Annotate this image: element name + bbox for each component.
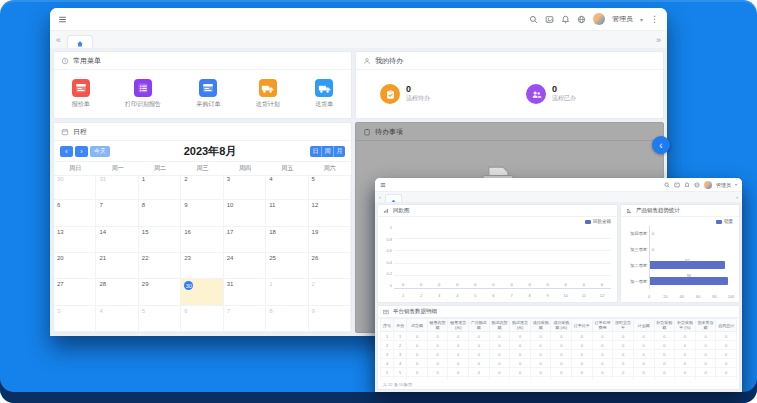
day-cell[interactable]: 10 (224, 200, 266, 226)
view-week-button[interactable]: 周 (322, 146, 334, 157)
day-cell[interactable]: 3 (54, 306, 96, 332)
x-tick-label: 1 (394, 293, 412, 298)
day-cell[interactable]: 31 (96, 174, 138, 200)
day-cell[interactable]: 9 (309, 306, 351, 332)
collapse-tabs-left-icon[interactable]: ‹ (379, 194, 381, 200)
chart2-body: 销量 第四季度0第三季度0第二季度92第一季度96 020406080100 (621, 217, 739, 302)
day-cell[interactable]: 17 (224, 227, 266, 253)
search-icon[interactable] (664, 182, 670, 188)
image-icon[interactable] (545, 15, 554, 24)
bar-slot: 0 (394, 227, 412, 288)
view-month-button[interactable]: 月 (334, 146, 345, 157)
day-cell[interactable]: 16 (181, 227, 223, 253)
column-header: 进货额 (407, 319, 428, 332)
table-cell: 0 (489, 332, 510, 341)
chart1-legend[interactable]: 回款金额 (585, 219, 611, 224)
bell-icon[interactable] (684, 182, 690, 188)
bell-icon[interactable] (561, 15, 570, 24)
todo-stat-text: 0流程待办 (406, 85, 430, 104)
calendar-prev-button[interactable]: ‹ (60, 146, 73, 157)
category-label: 第三季度 (622, 247, 647, 252)
collapse-tabs-left-icon[interactable]: « (56, 35, 61, 45)
hamburger-menu-icon[interactable] (58, 15, 67, 24)
bar (650, 277, 728, 285)
day-cell[interactable]: 8 (139, 200, 181, 226)
x-tick-label: 2 (412, 293, 430, 298)
column-header: 销售退货 (元) (448, 319, 469, 332)
menu-item[interactable]: 报价单 (72, 79, 90, 109)
day-cell[interactable]: 23 (181, 253, 223, 279)
day-cell[interactable]: 30 (181, 279, 223, 305)
day-cell[interactable]: 31 (224, 279, 266, 305)
day-cell[interactable]: 11 (266, 200, 308, 226)
chart2-legend[interactable]: 销量 (716, 219, 733, 224)
calendar-month-title: 2023年8月 (112, 144, 308, 159)
calendar-next-button[interactable]: › (75, 146, 88, 157)
day-cell[interactable]: 3 (224, 174, 266, 200)
globe-icon[interactable] (694, 182, 700, 188)
globe-icon[interactable] (577, 15, 586, 24)
column-header: 序号 (381, 319, 394, 332)
day-cell[interactable]: 7 (224, 306, 266, 332)
day-cell[interactable]: 6 (54, 200, 96, 226)
day-cell[interactable]: 26 (309, 253, 351, 279)
day-cell[interactable]: 9 (181, 200, 223, 226)
day-cell[interactable]: 24 (224, 253, 266, 279)
day-cell[interactable]: 22 (139, 253, 181, 279)
menu-item[interactable]: 送货计划 (256, 79, 280, 109)
todo-stat[interactable]: 0流程待办 (380, 84, 430, 104)
todo-stat[interactable]: 0流程已办 (526, 84, 576, 104)
x-tick-label: 8 (521, 293, 539, 298)
table-cell: 0 (633, 350, 654, 359)
table-cell: 0 (695, 341, 716, 350)
day-cell[interactable]: 6 (181, 306, 223, 332)
day-cell[interactable]: 5 (139, 306, 181, 332)
day-cell[interactable]: 19 (309, 227, 351, 253)
menu-item[interactable]: 送货单 (315, 79, 333, 109)
day-cell[interactable]: 25 (266, 253, 308, 279)
table-cell: 3 (381, 350, 394, 359)
section-title: 常用菜单 (73, 56, 101, 66)
day-cell[interactable]: 7 (96, 200, 138, 226)
day-cell[interactable]: 4 (266, 174, 308, 200)
user-avatar[interactable] (593, 13, 605, 25)
day-cell[interactable]: 29 (139, 279, 181, 305)
kebab-menu-icon[interactable]: ⋮ (650, 14, 659, 24)
collapse-tabs-right-icon[interactable]: » (656, 35, 661, 45)
day-cell[interactable]: 12 (309, 200, 351, 226)
collapse-tabs-right-icon[interactable]: › (736, 194, 738, 200)
day-cell[interactable]: 27 (54, 279, 96, 305)
image-icon[interactable] (674, 182, 680, 188)
day-cell[interactable]: 8 (266, 306, 308, 332)
table-cell: 0 (448, 341, 469, 350)
collapse-panel-toggle-button[interactable]: ‹ (652, 136, 670, 154)
day-cell[interactable]: 5 (309, 174, 351, 200)
day-cell[interactable]: 30 (54, 174, 96, 200)
day-cell[interactable]: 20 (54, 253, 96, 279)
table-pagination[interactable]: 共 12 条 10条/页 (378, 380, 739, 389)
chart1-body: 回款金额 10.80.60.40.20 000000000000 1234567… (378, 217, 617, 302)
day-cell[interactable]: 2 (309, 279, 351, 305)
day-cell[interactable]: 14 (96, 227, 138, 253)
day-cell[interactable]: 1 (139, 174, 181, 200)
search-icon[interactable] (529, 15, 538, 24)
day-cell[interactable]: 15 (139, 227, 181, 253)
menu-item[interactable]: 采购订单 (196, 79, 220, 109)
day-cell[interactable]: 2 (181, 174, 223, 200)
view-day-button[interactable]: 日 (310, 146, 322, 157)
username-label[interactable]: 管理员 (716, 182, 731, 188)
hamburger-menu-icon[interactable] (380, 182, 386, 188)
day-cell[interactable]: 1 (266, 279, 308, 305)
day-cell[interactable]: 13 (54, 227, 96, 253)
panel-quick-menu: 常用菜单 报价单打印识别报告采购订单送货计划送货单 (53, 51, 352, 119)
menu-item[interactable]: 打印识别报告 (125, 79, 161, 109)
table-cell: 0 (427, 350, 448, 359)
day-cell[interactable]: 18 (266, 227, 308, 253)
day-cell[interactable]: 4 (96, 306, 138, 332)
username-label[interactable]: 管理员 (612, 14, 633, 24)
day-cell[interactable]: 28 (96, 279, 138, 305)
day-cell[interactable]: 21 (96, 253, 138, 279)
user-avatar[interactable] (704, 181, 712, 189)
menu-item-label: 送货计划 (256, 100, 280, 109)
calendar-today-button[interactable]: 今天 (90, 146, 110, 157)
